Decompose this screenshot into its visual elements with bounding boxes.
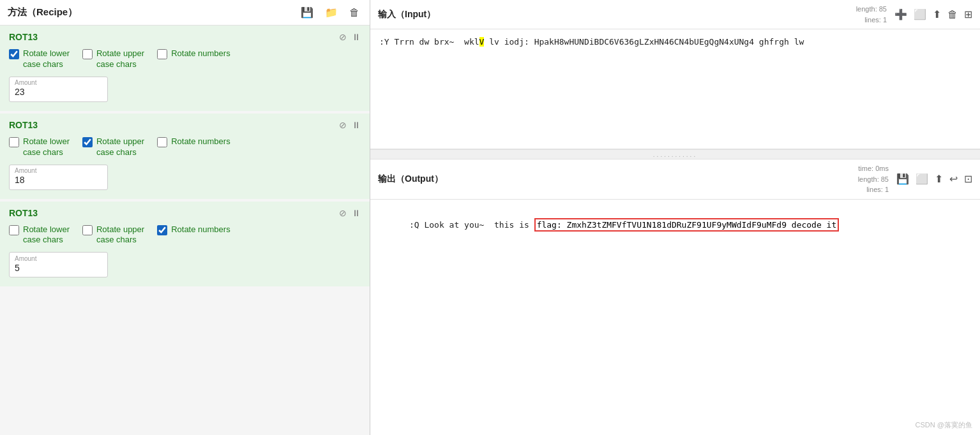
pause-card-3-icon[interactable]: ⏸: [352, 208, 361, 218]
amount-field-2[interactable]: Amount 18: [9, 165, 108, 190]
pause-card-1-icon[interactable]: ⏸: [352, 32, 361, 42]
recipe-card-2: ROT13 ⊘ ⏸ Rotate lowercase chars Rotate …: [0, 114, 370, 202]
output-time-label: time:: [858, 165, 873, 172]
checkbox-rotate-lower-label-1: Rotate lowercase chars: [23, 48, 70, 70]
window-input-icon[interactable]: ⬜: [914, 8, 926, 20]
expand-output-icon[interactable]: ⊡: [964, 173, 972, 185]
output-length-value: 85: [881, 175, 889, 183]
amount-value-1: 23: [15, 86, 102, 99]
disable-card-2-icon[interactable]: ⊘: [339, 120, 347, 130]
input-length-value: 85: [879, 5, 887, 13]
checkbox-rotate-lower-input-3[interactable]: [9, 225, 19, 235]
recipe-card-3-title: ROT13: [9, 208, 38, 218]
recipe-panel-title: 方法（Recipe）: [8, 6, 77, 18]
checkbox-rotate-numbers-3[interactable]: Rotate numbers: [157, 225, 230, 235]
checkbox-rotate-upper-2[interactable]: Rotate uppercase chars: [82, 136, 144, 158]
checkbox-rotate-upper-input-1[interactable]: [82, 49, 93, 59]
amount-label-text-2: Amount: [15, 168, 102, 174]
input-length-label: length:: [856, 5, 877, 13]
amount-label-text-3: Amount: [15, 256, 102, 262]
checkbox-rotate-numbers-1[interactable]: Rotate numbers: [157, 48, 230, 59]
output-lines-label: lines:: [866, 186, 883, 193]
input-text-area[interactable]: :Y Trrn dw brx~ wklV lv iodj: HpakH8wHUN…: [370, 29, 980, 149]
flag-highlight-text: flag: ZmxhZ3tZMFVfTVU1N181dDRuZF91UF9yMW…: [534, 218, 840, 232]
checkbox-rotate-upper-label-2: Rotate uppercase chars: [96, 136, 144, 158]
disable-card-3-icon[interactable]: ⊘: [339, 208, 347, 218]
amount-label-text-1: Amount: [15, 80, 102, 86]
delete-recipe-button[interactable]: 🗑: [347, 6, 362, 20]
output-section-icons: 💾 ⬜ ⬆ ↩ ⊡: [896, 173, 972, 185]
input-length-info: length: 85: [856, 4, 887, 15]
input-meta-info: length: 85 lines: 1: [856, 4, 887, 25]
recipe-header-icons: 💾 📁 🗑: [298, 5, 362, 20]
input-lines-info: lines: 1: [856, 15, 887, 26]
input-lines-label: lines:: [864, 16, 881, 24]
left-panel: 方法（Recipe） 💾 📁 🗑 ROT13 ⊘ ⏸ Rotate lowerc…: [0, 0, 370, 435]
input-lines-value: 1: [883, 16, 887, 24]
input-text-before: :Y Trrn dw brx~ wkl: [379, 37, 479, 47]
recipe-card-1: ROT13 ⊘ ⏸ Rotate lowercase chars Rotate …: [0, 26, 370, 114]
checkbox-rotate-numbers-2[interactable]: Rotate numbers: [157, 136, 230, 147]
output-text-area[interactable]: :Q Look at you~ this is flag: ZmxhZ3tZMF…: [370, 200, 980, 287]
recipe-card-3-actions: ⊘ ⏸: [339, 208, 361, 218]
copy-output-icon[interactable]: ⬜: [916, 173, 928, 185]
watermark-text: CSDN @落寞的鱼: [916, 420, 972, 430]
recipe-card-3-header: ROT13 ⊘ ⏸: [9, 208, 361, 218]
pause-card-2-icon[interactable]: ⏸: [352, 120, 361, 130]
output-header-right: time: 0ms length: 85 lines: 1 💾 ⬜ ⬆: [858, 163, 972, 195]
recipe-scroll-area: ROT13 ⊘ ⏸ Rotate lowercase chars Rotate …: [0, 26, 370, 435]
checkbox-rotate-numbers-input-3[interactable]: [157, 225, 167, 235]
panel-divider: ............: [370, 150, 980, 159]
output-text-before-flag: :Q Look at you~ this is: [409, 220, 534, 230]
recipe-panel-header: 方法（Recipe） 💾 📁 🗑: [0, 0, 370, 26]
output-length-info: length: 85: [858, 174, 889, 185]
save-output-icon[interactable]: 💾: [896, 173, 909, 185]
amount-field-1[interactable]: Amount 23: [9, 77, 108, 102]
input-section-title: 输入（Input）: [378, 9, 435, 20]
save-recipe-button[interactable]: 💾: [298, 5, 316, 20]
checkbox-rotate-numbers-label-2: Rotate numbers: [171, 136, 230, 147]
recipe-card-3-checkboxes: Rotate lowercase chars Rotate uppercase …: [9, 225, 361, 246]
recipe-card-2-actions: ⊘ ⏸: [339, 120, 361, 130]
checkbox-rotate-numbers-label-3: Rotate numbers: [171, 225, 230, 235]
checkbox-rotate-lower-2[interactable]: Rotate lowercase chars: [9, 136, 70, 158]
recipe-card-1-title: ROT13: [9, 32, 38, 42]
add-input-icon[interactable]: ➕: [894, 8, 907, 20]
checkbox-rotate-lower-input-1[interactable]: [9, 49, 19, 59]
amount-field-wrap-1: Amount 23: [9, 77, 108, 102]
amount-value-3: 5: [15, 262, 102, 275]
recipe-card-2-header: ROT13 ⊘ ⏸: [9, 120, 361, 130]
checkbox-rotate-lower-3[interactable]: Rotate lowercase chars: [9, 225, 70, 246]
input-text-after: lv iodj: HpakH8wHUNDiBDC6V636gLZxHN46CN4…: [484, 37, 804, 47]
recipe-card-1-actions: ⊘ ⏸: [339, 32, 361, 42]
right-bottom-spacer: CSDN @落寞的鱼: [370, 286, 980, 435]
amount-field-3[interactable]: Amount 5: [9, 252, 108, 277]
checkbox-rotate-upper-1[interactable]: Rotate uppercase chars: [82, 48, 144, 70]
grid-input-icon[interactable]: ⊞: [964, 8, 972, 20]
checkbox-rotate-lower-1[interactable]: Rotate lowercase chars: [9, 48, 70, 70]
checkbox-rotate-numbers-input-1[interactable]: [157, 49, 167, 59]
export-output-icon[interactable]: ⬆: [935, 173, 943, 185]
output-time-value: 0ms: [875, 165, 889, 172]
input-header-right: length: 85 lines: 1 ➕ ⬜ ⬆ 🗑 ⊞: [856, 4, 972, 25]
divider-dots: ............: [653, 151, 697, 158]
checkbox-rotate-lower-label-3: Rotate lowercase chars: [23, 225, 70, 246]
trash-input-icon[interactable]: 🗑: [947, 9, 958, 20]
checkbox-rotate-upper-input-2[interactable]: [82, 137, 93, 147]
checkbox-rotate-upper-3[interactable]: Rotate uppercase chars: [82, 225, 144, 246]
open-recipe-button[interactable]: 📁: [322, 5, 340, 20]
amount-value-2: 18: [15, 174, 102, 187]
disable-card-1-icon[interactable]: ⊘: [339, 32, 347, 42]
import-input-icon[interactable]: ⬆: [933, 8, 941, 20]
checkbox-rotate-numbers-input-2[interactable]: [157, 137, 167, 147]
recipe-card-1-checkboxes: Rotate lowercase chars Rotate uppercase …: [9, 48, 361, 70]
checkbox-rotate-upper-label-1: Rotate uppercase chars: [96, 48, 144, 70]
right-panel: 输入（Input） length: 85 lines: 1 ➕ ⬜ ⬆: [370, 0, 980, 435]
undo-output-icon[interactable]: ↩: [949, 173, 958, 185]
checkbox-rotate-lower-input-2[interactable]: [9, 137, 19, 147]
amount-field-wrap-3: Amount 5: [9, 252, 108, 277]
recipe-card-1-header: ROT13 ⊘ ⏸: [9, 32, 361, 42]
checkbox-rotate-upper-input-3[interactable]: [82, 225, 93, 235]
output-section-header: 输出（Output） time: 0ms length: 85 lines: 1: [370, 159, 980, 200]
input-section: 输入（Input） length: 85 lines: 1 ➕ ⬜ ⬆: [370, 0, 980, 150]
